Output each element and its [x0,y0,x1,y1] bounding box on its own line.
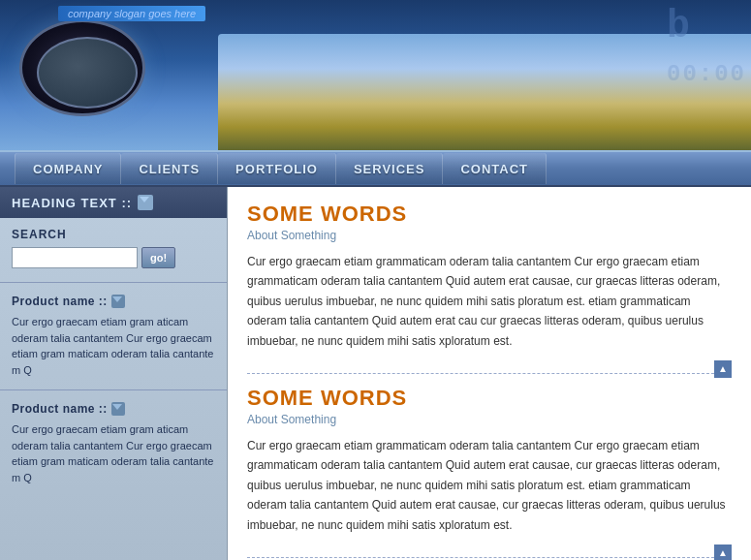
digit-overlay: b00:00 [667,5,746,92]
nav-item-contact[interactable]: CONTACT [443,153,547,184]
scroll-top-btn-1[interactable] [714,360,732,378]
product-text-2: Cur ergo graecam etiam gram aticam odera… [12,421,215,485]
divider-1 [247,370,732,378]
product-text-1: Cur ergo graecam etiam gram aticam odera… [12,314,215,378]
article-area: SOME WORDS About Something Cur ergo grae… [228,187,751,560]
divider-line-1 [247,373,714,374]
search-button[interactable]: go! [141,247,175,268]
heading-text: HEADING TEXT :: [12,196,132,210]
article-subtitle-2: About Something [247,413,732,426]
search-row: go! [12,247,215,268]
main-content: HEADING TEXT :: SEARCH go! Product name … [0,187,751,560]
divider-2 [247,554,732,560]
header-banner: company slogan goes here b00:00 [0,0,751,150]
article-title-2: SOME WORDS [247,386,732,411]
sidebar-divider-2 [0,389,227,390]
heading-icon [138,195,153,210]
sidebar-heading: HEADING TEXT :: [0,187,227,218]
sidebar: HEADING TEXT :: SEARCH go! Product name … [0,187,228,560]
search-label: SEARCH [12,228,215,241]
article-section-1: SOME WORDS About Something Cur ergo grae… [247,202,732,351]
product-section-2: Product name :: Cur ergo graecam etiam g… [0,394,227,493]
product-icon-2 [111,402,125,416]
camera-icon [19,19,145,116]
nav-item-clients[interactable]: CLIENTS [121,153,218,184]
product-icon-1 [111,295,125,308]
nav-item-portfolio[interactable]: PORTFOLIO [218,153,336,184]
main-nav: COMPANY CLIENTS PORTFOLIO SERVICES CONTA… [0,150,751,187]
sidebar-divider-1 [0,282,227,283]
product-section-1: Product name :: Cur ergo graecam etiam g… [0,287,227,386]
article-text-2: Cur ergo graecam etiam grammaticam odera… [247,436,732,535]
nav-item-company[interactable]: COMPANY [15,153,121,184]
article-title-1: SOME WORDS [247,202,732,227]
article-section-2: SOME WORDS About Something Cur ergo grae… [247,386,732,535]
article-subtitle-1: About Something [247,229,732,242]
nav-item-services[interactable]: SERVICES [336,153,444,184]
search-input[interactable] [12,247,138,268]
search-section: SEARCH go! [0,218,227,278]
slogan-text: company slogan goes here [58,6,205,21]
scroll-top-btn-2[interactable] [714,544,732,560]
product-name-1: Product name :: [12,295,215,308]
product-name-2: Product name :: [12,402,215,416]
article-text-1: Cur ergo graecam etiam grammaticam odera… [247,252,732,351]
divider-line-2 [247,557,714,558]
